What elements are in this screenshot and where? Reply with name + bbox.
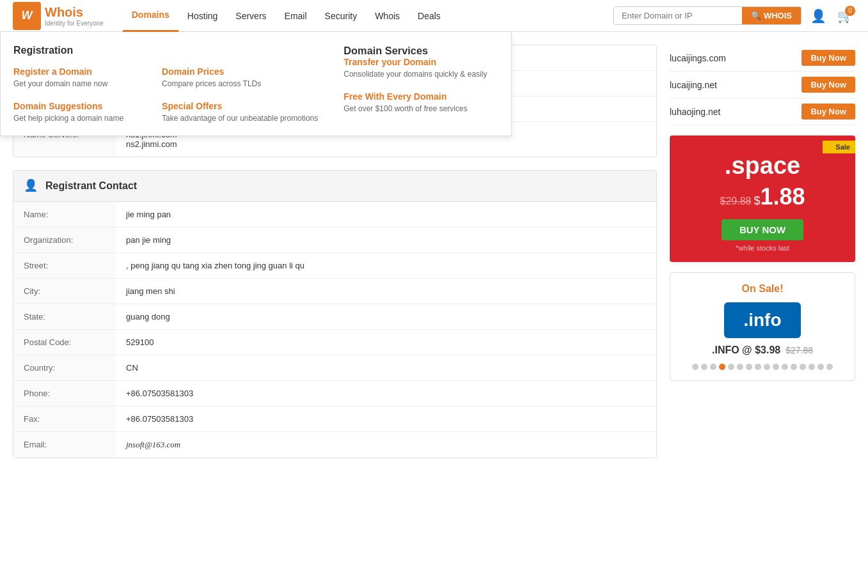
org-value: pan jie ming <box>116 228 181 252</box>
contact-row-country: Country: CN <box>13 355 656 381</box>
promo-dot-7[interactable] <box>746 364 752 370</box>
phone-value: +86.07503581303 <box>116 381 203 406</box>
nav-item-servers[interactable]: Servers <box>226 0 275 32</box>
promo-dot-11[interactable] <box>782 364 788 370</box>
fax-label: Fax: <box>13 406 116 431</box>
contact-row-postal: Postal Code: 529100 <box>13 330 656 355</box>
fax-value: +86.07503581303 <box>116 406 203 431</box>
street-label: Street: <box>13 253 116 278</box>
new-price: 1.88 <box>760 183 805 210</box>
buy-now-button-2[interactable]: Buy Now <box>801 104 855 120</box>
dropdown-domain-services: Domain Services Transfer your Domain Con… <box>343 45 498 123</box>
price-row: $29.88 $ 1.88 <box>680 183 845 210</box>
logo-tagline: Identity for Everyone <box>45 20 104 27</box>
dropdown-section-title: Registration <box>13 45 318 56</box>
dropdown-services-title: Domain Services <box>343 45 498 57</box>
header: W Whois Identity for Everyone Domains Ho… <box>0 0 868 32</box>
promo-dot-6[interactable] <box>737 364 743 370</box>
domains-dropdown: Registration Register a Domain Get your … <box>0 32 512 136</box>
country-value: CN <box>116 355 148 380</box>
user-account-icon[interactable]: 👤 <box>808 6 828 26</box>
promo-dot-4[interactable] <box>719 364 725 370</box>
contact-row-name: Name: jie ming pan <box>13 202 656 228</box>
contact-row-email: Email: jnsoft@163.com <box>13 432 656 458</box>
suggest-row-1: lucaijing.net Buy Now <box>670 72 855 98</box>
suggest-row-0: lucaijings.com Buy Now <box>670 45 855 72</box>
info-logo-text: .info <box>743 310 781 330</box>
logo-icon: W <box>13 2 41 30</box>
info-logo: .info <box>724 302 801 338</box>
email-value: jnsoft@163.com <box>116 432 191 458</box>
sale-badge: Sale <box>823 141 855 153</box>
email-label: Email: <box>13 432 116 458</box>
contact-row-phone: Phone: +86.07503581303 <box>13 381 656 406</box>
city-value: jiang men shi <box>116 279 185 304</box>
contact-section-title: Registrant Contact <box>45 180 137 192</box>
space-tld: .space <box>680 152 845 180</box>
whois-search-button[interactable]: 🔍 WHOIS <box>742 7 801 24</box>
logo-whois-text: Whois <box>45 5 104 20</box>
dropdown-registration: Registration Register a Domain Get your … <box>13 45 318 123</box>
nav-item-hosting[interactable]: Hosting <box>178 0 226 32</box>
promo-dot-3[interactable] <box>710 364 716 370</box>
name-label: Name: <box>13 202 116 227</box>
promo-dot-15[interactable] <box>817 364 824 370</box>
registrant-contact-section: 👤 Registrant Contact Name: jie ming pan … <box>13 170 657 458</box>
space-promo: Sale .space $29.88 $ 1.88 BUY NOW *while… <box>670 135 855 262</box>
promo-dot-2[interactable] <box>701 364 707 370</box>
nav-item-email[interactable]: Email <box>276 0 316 32</box>
promo-dot-9[interactable] <box>764 364 770 370</box>
nav-item-security[interactable]: Security <box>316 0 367 32</box>
promo-dot-16[interactable] <box>826 364 833 370</box>
dropdown-transfer-domain: Transfer your Domain Consolidate your do… <box>343 57 498 79</box>
search-input[interactable] <box>614 7 742 24</box>
nav-item-deals[interactable]: Deals <box>409 0 450 32</box>
search-icon: 🔍 <box>751 11 761 20</box>
org-label: Organization: <box>13 228 116 252</box>
cart-icon[interactable]: 🛒 0 <box>835 6 855 26</box>
contact-row-street: Street: , peng jiang qu tang xia zhen to… <box>13 253 656 279</box>
promo-dot-5[interactable] <box>728 364 734 370</box>
info-price: .INFO @ $3.98 <box>712 344 780 356</box>
info-old-price: $27.88 <box>785 345 813 355</box>
suggest-name-0: lucaijings.com <box>670 53 726 63</box>
header-right: 🔍 WHOIS 👤 🛒 0 <box>613 6 855 26</box>
promo-dot-13[interactable] <box>800 364 806 370</box>
buy-now-button-1[interactable]: Buy Now <box>801 77 855 93</box>
promo-dot-14[interactable] <box>809 364 815 370</box>
suggest-name-2: luhaojing.net <box>670 107 720 117</box>
city-label: City: <box>13 279 116 304</box>
phone-label: Phone: <box>13 381 116 406</box>
name-value: jie ming pan <box>116 202 181 227</box>
person-icon: 👤 <box>24 178 39 194</box>
street-value: , peng jiang qu tang xia zhen tong jing … <box>116 253 315 278</box>
info-price-row: .INFO @ $3.98 $27.88 <box>681 344 844 356</box>
contact-row-state: State: guang dong <box>13 304 656 330</box>
logo[interactable]: W Whois Identity for Everyone <box>13 2 104 30</box>
suggest-row-2: luhaojing.net Buy Now <box>670 98 855 125</box>
postal-label: Postal Code: <box>13 330 116 355</box>
right-panel: lucaijings.com Buy Now lucaijing.net Buy… <box>670 45 855 458</box>
search-box: 🔍 WHOIS <box>613 6 801 25</box>
promo-dot-8[interactable] <box>755 364 761 370</box>
space-buy-button[interactable]: BUY NOW <box>722 219 803 240</box>
promo-dots <box>681 364 844 370</box>
contact-row-city: City: jiang men shi <box>13 279 656 304</box>
postal-value: 529100 <box>116 330 164 355</box>
dropdown-domain-prices: Domain Prices Compare prices across TLDs <box>162 66 318 88</box>
buy-now-button-0[interactable]: Buy Now <box>801 50 855 66</box>
cart-badge: 0 <box>845 6 855 16</box>
nav: Domains Hosting Servers Email Security W… <box>123 0 450 31</box>
state-label: State: <box>13 304 116 329</box>
country-label: Country: <box>13 355 116 380</box>
nav-item-whois[interactable]: Whois <box>366 0 409 32</box>
promo-dot-1[interactable] <box>692 364 698 370</box>
promo-dot-12[interactable] <box>791 364 797 370</box>
on-sale-title: On Sale! <box>681 283 844 295</box>
contact-row-fax: Fax: +86.07503581303 <box>13 406 656 432</box>
promo-dot-10[interactable] <box>773 364 779 370</box>
domain-suggestions: lucaijings.com Buy Now lucaijing.net Buy… <box>670 45 855 125</box>
stocks-note: *while stocks last <box>680 244 845 252</box>
nav-item-domains[interactable]: Domains <box>123 0 178 32</box>
suggest-name-1: lucaijing.net <box>670 80 717 90</box>
